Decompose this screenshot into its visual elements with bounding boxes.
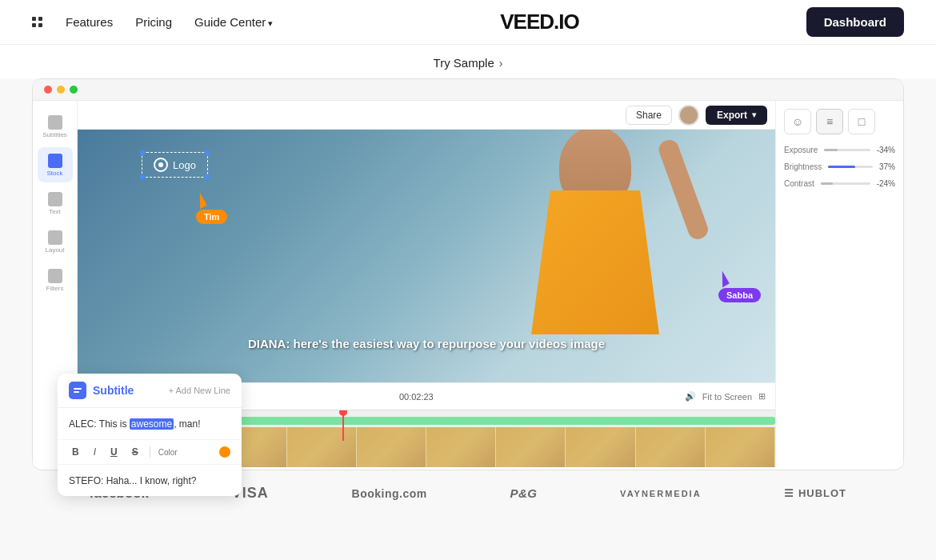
subtitles-label: Subtitles <box>42 131 67 138</box>
brand-booking: Booking.com <box>352 487 427 500</box>
guide-center-link[interactable]: Guide Center <box>194 15 273 29</box>
subtitles-icon <box>48 115 62 130</box>
user-avatar <box>678 105 699 126</box>
thumb-4 <box>287 427 357 467</box>
try-sample-bar: Try Sample › <box>0 45 936 78</box>
nav-left: Features Pricing Guide Center <box>32 15 273 29</box>
subtitle-text-2: STEFO: Haha... I know, right? <box>69 475 196 486</box>
minimize-dot <box>57 86 65 94</box>
panel-tab-adjustments[interactable]: ≡ <box>816 109 843 134</box>
contrast-slider[interactable] <box>821 182 870 185</box>
contrast-label: Contrast <box>784 179 814 188</box>
corner-handle-br[interactable] <box>205 174 210 179</box>
brightness-label: Brightness <box>784 162 822 171</box>
logo-circle-icon <box>154 158 168 172</box>
fit-screen-label[interactable]: Fit to Screen <box>702 392 752 402</box>
share-button[interactable]: Share <box>626 106 672 125</box>
corner-handle-tl[interactable] <box>140 150 145 155</box>
panel-tabs: ☺ ≡ □ <box>784 109 895 134</box>
exposure-label: Exposure <box>784 146 818 154</box>
dashboard-button[interactable]: Dashboard <box>806 7 904 37</box>
export-button[interactable]: Export ▾ <box>706 106 767 125</box>
tim-cursor: Tim <box>196 194 227 224</box>
logo-overlay[interactable]: Logo <box>142 152 208 178</box>
video-canvas[interactable]: Logo Tim Sabba DIANA: here's th <box>78 130 775 382</box>
subtitle-text-1: ALEC: This is awesome, man! <box>69 418 201 430</box>
thumb-9 <box>636 427 706 467</box>
editor-toolbar: Share Export ▾ <box>78 101 775 130</box>
brand-vaynermedia: VAYNERMEDIA <box>620 489 701 498</box>
thumb-8 <box>566 427 635 467</box>
corner-handle-bl[interactable] <box>140 174 145 179</box>
nav-right: Dashboard <box>806 7 904 37</box>
bold-button[interactable]: B <box>69 445 82 459</box>
controls-center: 00:02:23 <box>399 392 434 402</box>
exposure-row: Exposure -34% <box>784 146 895 154</box>
try-sample-text: Try Sample <box>434 56 494 70</box>
brightness-slider[interactable] <box>828 166 873 168</box>
maximize-dot <box>70 86 78 94</box>
highlight-awesome: awesome <box>130 418 174 430</box>
subtitle-text-block-1[interactable]: ALEC: This is awesome, man! <box>58 408 242 440</box>
strikethrough-button[interactable]: S <box>129 445 142 459</box>
exposure-value: -34% <box>877 146 895 154</box>
video-subtitle: DIANA: here's the easiest way to repurpo… <box>78 337 775 350</box>
tim-cursor-label: Tim <box>196 210 227 224</box>
timeline-playhead[interactable] <box>342 410 344 441</box>
subtitle-format-bar: B I U S Color <box>58 440 242 465</box>
filters-icon <box>48 269 62 283</box>
sidebar-item-subtitles[interactable]: Subtitles <box>38 109 73 144</box>
site-logo: VEED.IO <box>500 10 578 34</box>
brightness-value: 37% <box>879 162 895 171</box>
underline-button[interactable]: U <box>107 445 121 459</box>
subtitle-panel-title-text: Subtitle <box>93 384 134 397</box>
brand-pg: P&G <box>510 486 537 500</box>
try-sample-arrow: › <box>499 57 503 70</box>
color-picker[interactable] <box>219 446 230 458</box>
timecode: 00:02:23 <box>399 392 434 402</box>
thumb-10 <box>706 427 775 467</box>
thumb-5 <box>357 427 426 467</box>
features-link[interactable]: Features <box>66 15 113 29</box>
logo-text: Logo <box>173 159 196 171</box>
brightness-fill <box>828 166 854 168</box>
color-label: Color <box>158 448 178 457</box>
contrast-fill <box>821 182 833 185</box>
try-sample-link[interactable]: Try Sample › <box>434 56 503 70</box>
elements-icon <box>48 230 62 245</box>
sabba-cursor-label: Sabba <box>718 288 761 302</box>
sabba-cursor: Sabba <box>718 272 761 302</box>
brightness-row: Brightness 37% <box>784 162 895 171</box>
sidebar-item-text[interactable]: Text <box>38 186 73 221</box>
sidebar-item-elements[interactable]: Layout <box>38 224 73 259</box>
sidebar-item-stock[interactable]: Stock <box>38 147 73 182</box>
subtitle-panel-header: Subtitle + Add New Line <box>58 374 242 408</box>
sidebar-item-filters[interactable]: Filters <box>38 262 73 298</box>
thumb-6 <box>426 427 496 467</box>
pricing-link[interactable]: Pricing <box>135 15 172 29</box>
close-dot <box>44 86 52 94</box>
subtitle-text-block-2[interactable]: STEFO: Haha... I know, right? <box>58 465 242 496</box>
panel-tab-face[interactable]: ☺ <box>784 109 811 134</box>
corner-handle-tr[interactable] <box>205 150 210 155</box>
thumb-7 <box>496 427 566 467</box>
italic-button[interactable]: I <box>90 445 99 459</box>
woman-top <box>531 190 659 334</box>
controls-right: 🔊 Fit to Screen ⊞ <box>685 391 766 402</box>
panel-section-adjustments: Exposure -34% Brightness 37% Contras <box>784 146 895 188</box>
add-new-line-button[interactable]: + Add New Line <box>169 386 230 395</box>
format-divider <box>150 446 150 458</box>
navigation: Features Pricing Guide Center VEED.IO Da… <box>0 0 936 45</box>
expand-icon: ⊞ <box>758 391 766 402</box>
filters-label: Filters <box>46 285 64 292</box>
text-label: Text <box>49 208 61 215</box>
panel-tab-crop[interactable]: □ <box>848 109 875 134</box>
exposure-slider[interactable] <box>824 149 870 151</box>
subtitle-panel-title: Subtitle <box>69 382 134 399</box>
window-chrome <box>33 79 903 101</box>
grid-icon <box>32 17 43 28</box>
editor-right-panel: ☺ ≡ □ Exposure -34% Brightness <box>775 101 903 467</box>
features-icon <box>32 17 43 28</box>
svg-rect-0 <box>74 388 82 390</box>
text-icon <box>48 192 62 206</box>
